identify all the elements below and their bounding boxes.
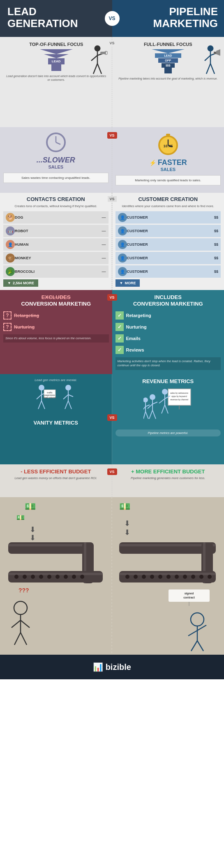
svg-point-105 xyxy=(175,575,179,579)
svg-line-56 xyxy=(152,410,156,419)
retargeting-included-label: Retargeting xyxy=(126,313,151,318)
svg-line-12 xyxy=(206,64,210,74)
svg-point-85 xyxy=(80,575,84,579)
budget-right-note: Pipeline marketing generates more custom… xyxy=(115,476,221,480)
header-section: LEAD GENERATION VS PIPELINE MARKETING xyxy=(0,0,224,37)
conversion-right-note: Marketing activities don't stop when the… xyxy=(115,357,221,370)
contacts-sub: Creates tons of contacts, without knowin… xyxy=(3,204,109,208)
customer-avatar-3: 👤 xyxy=(118,240,127,249)
svg-point-107 xyxy=(191,575,195,579)
faster-label: ⚡ FASTER xyxy=(115,158,221,167)
conversion-section: EXCLUDES CONVERSION MARKETING ? Retarget… xyxy=(0,290,224,374)
human-avatar: 👤 xyxy=(6,240,15,249)
conversion-left: EXCLUDES CONVERSION MARKETING ? Retarget… xyxy=(0,290,112,374)
svg-line-55 xyxy=(149,410,152,419)
monkey-avatar: 🐒 xyxy=(6,254,15,263)
customer-3: 👤 CUSTOMER $$ xyxy=(115,238,221,251)
speed-right-desc: Marketing only sends qualified leads to … xyxy=(115,175,221,185)
metrics-vs-badge: VS xyxy=(107,414,117,421)
bizible-logo: 📊 bizible xyxy=(93,662,131,672)
svg-rect-6 xyxy=(100,52,106,54)
speed-left-desc: Sales wastes time contacting unqualified… xyxy=(3,173,109,183)
svg-point-57 xyxy=(143,397,148,402)
check-icon-retargeting: ✓ xyxy=(115,311,124,320)
svg-rect-14 xyxy=(214,52,216,54)
nurturing-excluded: ? Nurturing xyxy=(3,323,109,331)
svg-text:opps by keyword: opps by keyword xyxy=(171,395,187,397)
human-name: HUMAN xyxy=(15,242,102,247)
faster-text: FASTER xyxy=(158,158,187,167)
svg-line-2 xyxy=(91,55,97,61)
budget-vs-badge: VS xyxy=(107,468,117,475)
budget-left: - LESS EFFICIENT BUDGET Lead gen wastes … xyxy=(0,464,112,497)
svg-line-10 xyxy=(205,55,210,61)
more-customers-button[interactable]: ▼ MORE xyxy=(115,279,140,287)
contacts-section: CONTACTS CREATION Creates tons of contac… xyxy=(0,193,224,290)
customer-avatar-5: 👤 xyxy=(118,267,127,276)
broccoli-avatar: 🥦 xyxy=(6,267,15,276)
svg-point-100 xyxy=(134,575,138,579)
svg-point-83 xyxy=(64,575,68,579)
metrics-right: REVENUE METRICS sales by websource opps … xyxy=(112,374,224,464)
contacts-heading: CONTACTS CREATION xyxy=(3,196,109,203)
svg-point-82 xyxy=(55,575,60,579)
svg-rect-72 xyxy=(8,544,90,546)
budget-right: + MORE EFFICIENT BUDGET Pipeline marketi… xyxy=(112,464,224,497)
svg-line-39 xyxy=(68,401,72,409)
excludes-label: EXCLUDES xyxy=(42,294,71,300)
svg-point-106 xyxy=(183,575,187,579)
svg-text:⬇: ⬇ xyxy=(30,534,36,542)
header-vs-badge: VS xyxy=(105,11,120,26)
customer-avatar-1: 👤 xyxy=(118,213,127,222)
retargeting-excluded-label: Retargeting xyxy=(14,313,39,318)
speed-left: ...SLOWER SALES Sales wastes time contac… xyxy=(0,127,112,193)
svg-text:signed: signed xyxy=(185,592,194,595)
svg-rect-76 xyxy=(8,573,103,575)
customer-name-1: CUSTOMER xyxy=(127,215,214,219)
svg-point-101 xyxy=(142,575,146,579)
reviews-included: ✓ Reviews xyxy=(115,346,221,354)
revenue-figures-svg: sales by websource opps by keyword reven… xyxy=(143,387,193,428)
metrics-left: Lead gen metrics are menial. traffic pag… xyxy=(0,374,112,464)
sales-left-label: SALES xyxy=(3,164,109,169)
budget-left-title: - LESS EFFICIENT BUDGET xyxy=(3,468,109,475)
metrics-right-note: Pipeline metrics are powerful. xyxy=(115,429,221,436)
contact-human: 👤 HUMAN — xyxy=(3,238,109,251)
customer-name-5: CUSTOMER xyxy=(127,270,214,274)
human-dash: — xyxy=(102,242,106,247)
svg-text:???: ??? xyxy=(18,587,29,594)
budget-right-title: + MORE EFFICIENT BUDGET xyxy=(115,468,221,475)
svg-text:sales by websource: sales by websource xyxy=(170,392,188,394)
svg-line-17 xyxy=(56,142,60,144)
svg-text:💵: 💵 xyxy=(119,501,131,512)
budget-section: - LESS EFFICIENT BUDGET Lead gen wastes … xyxy=(0,464,224,497)
svg-point-0 xyxy=(95,46,100,51)
svg-text:contract: contract xyxy=(183,596,195,599)
svg-text:⬇: ⬇ xyxy=(124,519,130,528)
customer-1: 👤 CUSTOMER $$ xyxy=(115,211,221,224)
stick-figure-svg xyxy=(87,45,108,78)
logo-icon: 📊 xyxy=(93,662,103,672)
svg-line-36 xyxy=(63,395,68,399)
funnel-section: TOP-OF-FUNNEL FOCUS LEAD Lead generation… xyxy=(0,37,224,127)
svg-point-81 xyxy=(47,575,51,579)
metrics-left-note: Lead gen metrics are menial. xyxy=(3,378,109,382)
svg-point-108 xyxy=(199,575,203,579)
svg-line-28 xyxy=(38,401,42,409)
logo-text: bizible xyxy=(106,662,131,672)
svg-line-26 xyxy=(37,395,42,399)
svg-text:💵: 💵 xyxy=(16,514,25,521)
contact-broccoli: 🥦 BROCCOLI — xyxy=(3,265,109,278)
nurturing-included-label: Nurturing xyxy=(126,324,147,329)
stick-figure-telescope xyxy=(87,45,108,80)
customer-sub: Identifies where your customers came fro… xyxy=(115,204,221,208)
robot-avatar: 🤖 xyxy=(6,226,15,235)
revenue-stick-figures: sales by websource opps by keyword reven… xyxy=(115,387,221,428)
opp-tier: OPP xyxy=(158,58,178,63)
vanity-figures-svg: traffic pageviews lead volume xyxy=(33,384,79,416)
svg-line-5 xyxy=(97,64,102,74)
svg-point-79 xyxy=(31,575,35,579)
more-contacts-button[interactable]: ▼ 2,564 MORE xyxy=(3,279,38,287)
contacts-vs-badge: VS xyxy=(107,196,116,202)
svg-point-78 xyxy=(23,575,27,579)
